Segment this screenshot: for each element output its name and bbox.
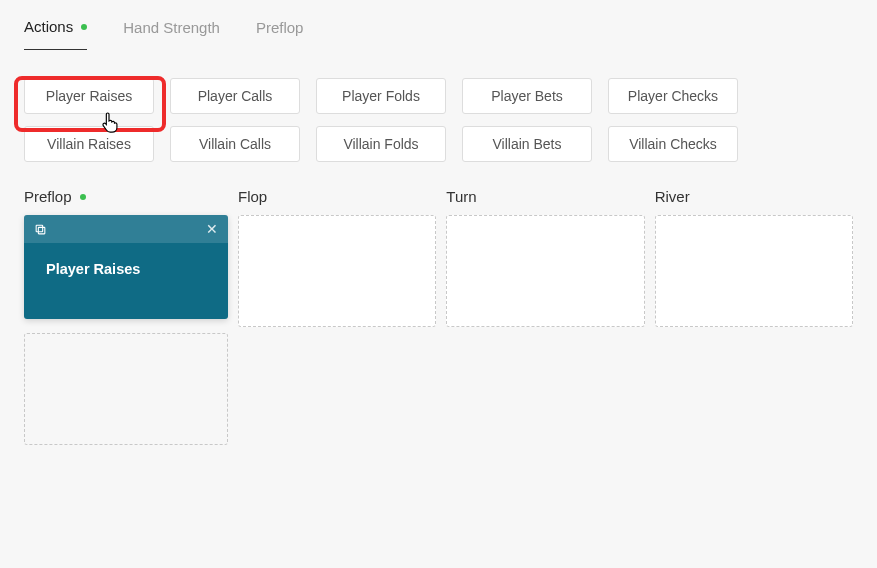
street-turn: Turn [446,180,644,445]
action-label: Villain Calls [199,136,271,152]
street-river: River [655,180,853,445]
street-label-text: River [655,188,690,205]
action-label: Player Checks [628,88,718,104]
action-villain-folds[interactable]: Villain Folds [316,126,446,162]
street-label: Preflop [24,180,228,215]
dropzone-flop[interactable] [238,215,436,327]
action-label: Villain Bets [492,136,561,152]
dropzone-river[interactable] [655,215,853,327]
action-label: Player Bets [491,88,563,104]
tab-label: Actions [24,18,73,35]
action-label: Villain Checks [629,136,717,152]
action-label: Player Folds [342,88,420,104]
action-villain-calls[interactable]: Villain Calls [170,126,300,162]
close-icon[interactable]: ✕ [206,221,218,237]
action-villain-raises[interactable]: Villain Raises [24,126,154,162]
tab-preflop[interactable]: Preflop [256,18,304,50]
tab-actions[interactable]: Actions [24,18,87,50]
street-label-text: Flop [238,188,267,205]
tab-hand-strength[interactable]: Hand Strength [123,18,220,50]
action-label: Player Raises [46,88,132,104]
action-label: Villain Folds [343,136,418,152]
action-player-calls[interactable]: Player Calls [170,78,300,114]
action-player-bets[interactable]: Player Bets [462,78,592,114]
placed-action-card[interactable]: ✕ Player Raises [24,215,228,319]
action-villain-bets[interactable]: Villain Bets [462,126,592,162]
tab-bar: Actions Hand Strength Preflop [0,0,877,50]
svg-rect-0 [38,227,45,234]
street-label-text: Turn [446,188,476,205]
dropzone-turn[interactable] [446,215,644,327]
action-label: Villain Raises [47,136,131,152]
tab-label: Preflop [256,19,304,36]
card-header: ✕ [24,215,228,243]
action-player-folds[interactable]: Player Folds [316,78,446,114]
street-preflop: Preflop ✕ Player Raises [24,180,228,445]
action-row-villain: Villain Raises Villain Calls Villain Fol… [24,126,853,162]
action-label: Player Calls [198,88,273,104]
tab-label: Hand Strength [123,19,220,36]
copy-icon[interactable] [34,223,47,236]
street-label: River [655,180,853,215]
svg-rect-1 [36,225,43,232]
street-label-text: Preflop [24,188,72,205]
street-label: Turn [446,180,644,215]
action-player-raises[interactable]: Player Raises [24,78,154,114]
card-title: Player Raises [24,243,228,319]
action-grid: Player Raises Player Calls Player Folds … [0,50,877,170]
action-villain-checks[interactable]: Villain Checks [608,126,738,162]
streets-row: Preflop ✕ Player Raises Flop Turn [0,170,877,445]
dropzone-preflop-extra[interactable] [24,333,228,445]
status-dot-icon [81,24,87,30]
status-dot-icon [80,194,86,200]
street-label: Flop [238,180,436,215]
action-player-checks[interactable]: Player Checks [608,78,738,114]
street-flop: Flop [238,180,436,445]
action-row-player: Player Raises Player Calls Player Folds … [24,78,853,114]
